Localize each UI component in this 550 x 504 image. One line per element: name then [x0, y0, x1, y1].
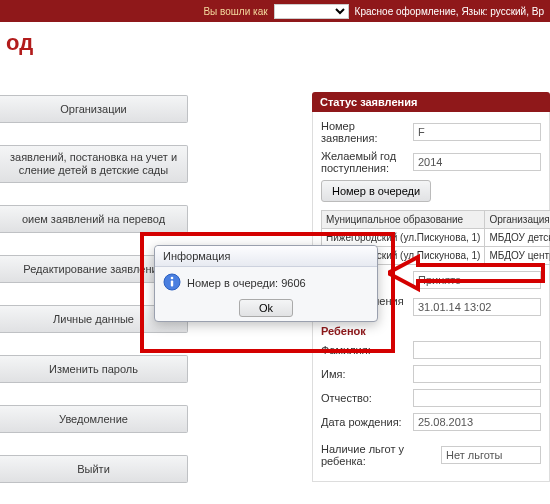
- app-number-label: Номер заявления:: [321, 120, 413, 144]
- patronymic-value: [413, 389, 541, 407]
- sidebar-item-notification[interactable]: Уведомление: [0, 405, 188, 433]
- status-value: Принято: [413, 271, 541, 289]
- panel-header: Статус заявления: [312, 92, 550, 112]
- child-section-title: Ребенок: [321, 325, 541, 337]
- status-date-value: 31.01.14 13:02: [413, 298, 541, 316]
- sidebar-item-transfer[interactable]: оием заявлений на перевод: [0, 205, 188, 233]
- cell-municipality: Нижегородский (ул.Пискунова, 1): [322, 229, 485, 247]
- col-organization[interactable]: Организация: [485, 211, 550, 229]
- firstname-value: [413, 365, 541, 383]
- cell-organization: МБДОУ центр развития ребенка-детски N: [485, 247, 550, 265]
- top-bar: Вы вошли как Красное оформление, Язык: р…: [0, 0, 550, 22]
- svg-rect-2: [171, 281, 173, 287]
- svg-point-1: [171, 277, 174, 280]
- dialog-title: Информация: [155, 246, 377, 267]
- birthdate-label: Дата рождения:: [321, 416, 413, 428]
- page-title: од: [6, 30, 33, 56]
- lastname-label: Фамилия:: [321, 344, 413, 356]
- table-header-row: Муниципальное образование Организация: [322, 211, 551, 229]
- cell-organization: МБДОУ детский сад комбинированного N: [485, 229, 550, 247]
- year-label: Желаемый год поступления:: [321, 150, 413, 174]
- info-icon: [163, 273, 187, 293]
- sidebar-item-applications-queue[interactable]: заявлений, постановка на учет и сление д…: [0, 145, 188, 183]
- col-municipality[interactable]: Муниципальное образование: [322, 211, 485, 229]
- theme-language-note[interactable]: Красное оформление, Язык: русский, Вр: [355, 6, 544, 17]
- app-number-value: F: [413, 123, 541, 141]
- lastname-value: [413, 341, 541, 359]
- sidebar-item-organizations[interactable]: Организации: [0, 95, 188, 123]
- sidebar-item-logout[interactable]: Выйти: [0, 455, 188, 483]
- queue-number-button[interactable]: Номер в очереди: [321, 180, 431, 202]
- login-select[interactable]: [274, 4, 349, 19]
- info-dialog: Информация Номер в очереди: 9606 Ok: [154, 245, 378, 322]
- patronymic-label: Отчество:: [321, 392, 413, 404]
- login-prefix: Вы вошли как: [203, 6, 267, 17]
- year-value: 2014: [413, 153, 541, 171]
- sidebar-item-change-password[interactable]: Изменить пароль: [0, 355, 188, 383]
- firstname-label: Имя:: [321, 368, 413, 380]
- dialog-message: Номер в очереди: 9606: [187, 277, 306, 289]
- table-row[interactable]: Нижегородский (ул.Пискунова, 1) МБДОУ де…: [322, 229, 551, 247]
- benefits-value: Нет льготы: [441, 446, 541, 464]
- birthdate-value: 25.08.2013: [413, 413, 541, 431]
- dialog-ok-button[interactable]: Ok: [239, 299, 293, 317]
- benefits-label: Наличие льгот у ребенка:: [321, 443, 441, 467]
